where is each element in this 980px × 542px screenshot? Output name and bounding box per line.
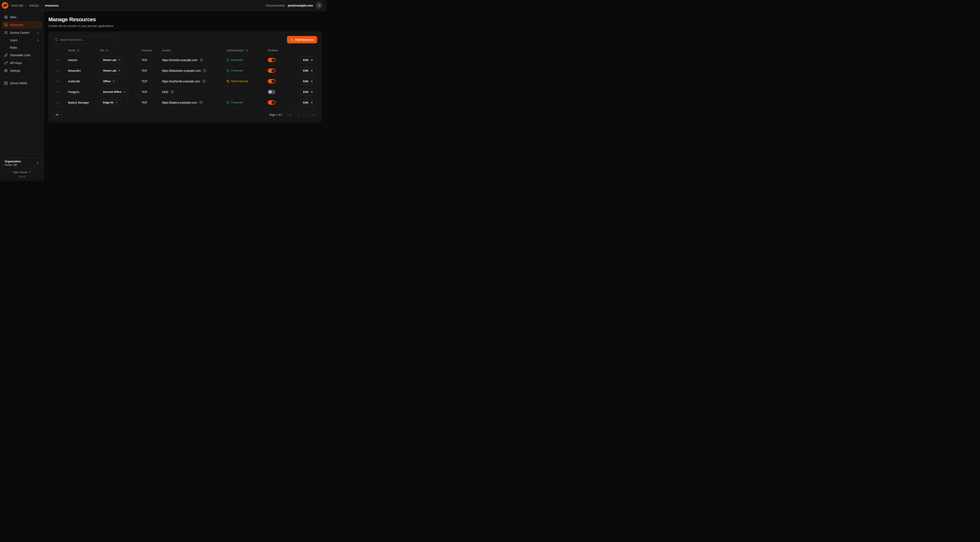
breadcrumb-settings[interactable]: settings: [29, 4, 39, 7]
sidebar-item-sites[interactable]: Sites: [2, 13, 42, 21]
search-input[interactable]: [53, 36, 120, 43]
sidebar-item-resources[interactable]: Resources: [2, 21, 42, 29]
edit-button[interactable]: Edit: [299, 78, 317, 84]
row-actions-button[interactable]: [55, 89, 60, 95]
shield-check-icon: [226, 69, 229, 72]
previous-page-button[interactable]: [295, 112, 301, 118]
row-actions-button[interactable]: [55, 100, 60, 105]
column-header-authentication[interactable]: Authentication: [221, 49, 263, 52]
enabled-toggle[interactable]: [268, 90, 275, 94]
breadcrumb-current[interactable]: resources: [45, 4, 59, 7]
column-header-enabled: Enabled: [263, 49, 290, 52]
resource-name: Immich: [63, 59, 95, 62]
organization-label: Organization: [5, 160, 35, 163]
sidebar-item-label: Access Control: [10, 31, 29, 34]
enabled-toggle[interactable]: [268, 79, 275, 83]
protocol: TCP: [137, 101, 157, 104]
sort-icon: [245, 49, 248, 52]
row-actions-button[interactable]: [55, 79, 60, 84]
sidebar-item-label: Users: [10, 38, 18, 42]
sidebar-item-roles[interactable]: Roles: [2, 44, 42, 51]
column-header-access: Access: [157, 49, 221, 52]
sidebar-item-label: API Keys: [10, 61, 22, 65]
site-link[interactable]: Office: [100, 78, 118, 84]
open-source-link[interactable]: Open Source: [13, 171, 31, 174]
copy-button[interactable]: [199, 58, 204, 62]
sort-icon: [77, 49, 80, 52]
ellipsis-icon: [56, 58, 60, 62]
site-link[interactable]: Edge 01: [100, 99, 121, 106]
add-resource-label: Add Resource: [295, 38, 314, 41]
app-logo[interactable]: [2, 2, 8, 9]
sidebar-item-server-admin[interactable]: Server Admin: [2, 80, 42, 87]
sidebar-item-users[interactable]: Users: [2, 37, 42, 44]
documentation-link[interactable]: Documentation: [266, 4, 285, 7]
enabled-toggle[interactable]: [268, 69, 275, 73]
chevron-right-icon: [37, 39, 40, 42]
access-url: https://battery.example.com: [162, 101, 197, 104]
site-link[interactable]: Second Office: [100, 89, 129, 95]
sidebar-item-settings[interactable]: Settings: [2, 67, 42, 74]
shield-off-icon: [226, 80, 229, 83]
copy-button[interactable]: [170, 90, 175, 94]
user-avatar[interactable]: J: [316, 2, 322, 9]
page-info: Page 1 of 1: [269, 113, 283, 116]
chevron-down-icon: [60, 113, 63, 116]
copy-button[interactable]: [203, 69, 207, 73]
edit-button[interactable]: Edit: [299, 67, 317, 74]
copy-button[interactable]: [199, 100, 203, 105]
site-name: Home Lab: [103, 69, 116, 72]
copy-button[interactable]: [202, 79, 206, 83]
resource-name: Bitwarden: [63, 69, 95, 72]
sidebar-item-label: Resources: [10, 23, 24, 27]
table-footer: 20 Page 1 of 1: [53, 112, 317, 118]
sidebar-item-access-control[interactable]: Access Control: [2, 29, 42, 37]
pagination: [287, 112, 317, 118]
row-actions-button[interactable]: [55, 57, 60, 63]
column-header-site[interactable]: Site: [95, 49, 137, 52]
sidebar-item-api-keys[interactable]: API Keys: [2, 59, 42, 67]
last-page-button[interactable]: [311, 112, 317, 118]
app-body: Sites Resources Access Control Users: [0, 11, 327, 181]
page-size-select[interactable]: 20: [53, 112, 66, 118]
sidebar-item-shareable-links[interactable]: Shareable Links: [2, 51, 42, 59]
edit-button[interactable]: Edit: [299, 57, 317, 63]
sort-icon: [106, 49, 108, 52]
column-header-name[interactable]: Name: [63, 49, 95, 52]
chevron-down-icon: [37, 31, 40, 34]
add-resource-button[interactable]: Add Resource: [287, 36, 317, 43]
organization-selector[interactable]: Organization Home Lab: [2, 158, 42, 168]
resource-name: Authentik: [63, 80, 95, 83]
edit-button[interactable]: Edit: [299, 99, 317, 106]
plus-icon: [290, 38, 293, 41]
protocol: TCP: [137, 59, 157, 62]
chevrons-right-icon: [313, 113, 315, 116]
copy-icon: [203, 69, 206, 72]
breadcrumb-separator: [41, 4, 43, 7]
chevron-right-icon: [305, 113, 307, 116]
arrow-right-icon: [310, 80, 313, 83]
breadcrumb-org[interactable]: home-lab: [11, 4, 23, 7]
protocol: TCP: [137, 69, 157, 72]
sidebar-item-label: Roles: [10, 46, 18, 49]
enabled-toggle[interactable]: [268, 58, 275, 62]
first-page-button[interactable]: [287, 112, 293, 118]
table-row: Battery Manager Edge 01 TCP https://batt…: [53, 97, 317, 108]
version-label: v1.3.0: [2, 175, 42, 178]
enabled-toggle[interactable]: [268, 100, 275, 105]
shield-check-icon: [226, 59, 229, 62]
gear-icon: [4, 69, 8, 73]
edit-button[interactable]: Edit: [299, 89, 317, 95]
arrow-right-icon: [310, 69, 313, 72]
arrow-right-icon: [310, 59, 313, 62]
row-actions-button[interactable]: [55, 68, 60, 73]
protocol: TCP: [137, 80, 157, 83]
site-link[interactable]: Home Lab: [100, 67, 124, 74]
auth-status: -: [226, 90, 228, 93]
site-link[interactable]: Home Lab: [100, 57, 124, 63]
protocol: TCP: [137, 90, 157, 94]
user-email: joe@example.com: [288, 4, 313, 7]
sidebar: Sites Resources Access Control Users: [0, 11, 44, 181]
sidebar-nav: Sites Resources Access Control Users: [2, 13, 42, 151]
next-page-button[interactable]: [303, 112, 309, 118]
